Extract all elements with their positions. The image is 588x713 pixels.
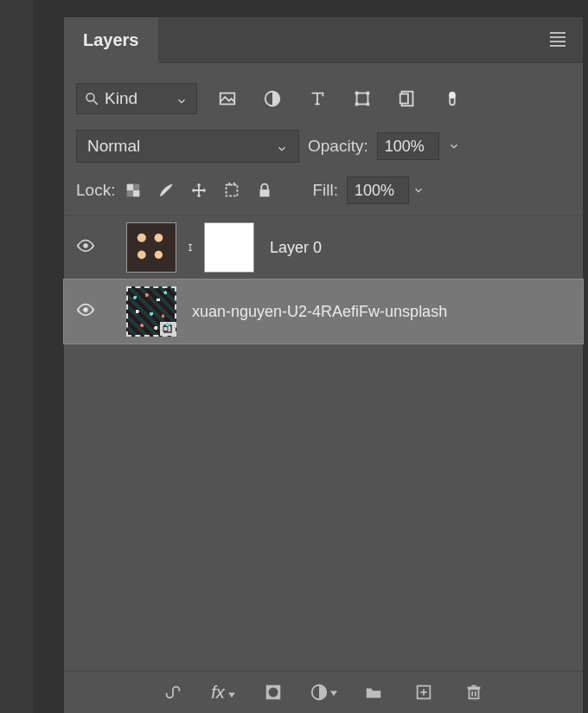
opacity-value: 100%: [385, 138, 425, 156]
chevron-down-icon[interactable]: [448, 140, 460, 152]
svg-rect-37: [471, 685, 476, 687]
chevron-down-icon: [276, 140, 288, 152]
lock-all-icon[interactable]: [250, 177, 279, 203]
layers-panel: Layers Kind: [64, 17, 583, 713]
layers-list: Layer 0 xuan-nguyen-U2-4RAefiFw-unsplash: [64, 215, 583, 671]
blend-mode-label: Normal: [87, 137, 140, 156]
app-left-strip: [0, 0, 33, 713]
fx-label: fx: [211, 683, 225, 703]
fill-input[interactable]: 100%: [347, 177, 409, 204]
layer-thumbnail[interactable]: [126, 222, 176, 273]
blend-opacity-row: Normal Opacity: 100%: [76, 130, 571, 163]
svg-rect-23: [164, 325, 171, 332]
svg-point-12: [449, 93, 455, 99]
search-icon: [84, 91, 99, 106]
visibility-eye-icon[interactable]: [76, 300, 95, 323]
lock-label: Lock:: [76, 181, 115, 200]
svg-rect-6: [367, 92, 370, 95]
svg-rect-33: [470, 689, 479, 698]
link-layers-icon[interactable]: [158, 679, 188, 705]
svg-rect-20: [260, 189, 270, 196]
layer-row[interactable]: xuan-nguyen-U2-4RAefiFw-unsplash: [64, 279, 583, 344]
new-adjustment-layer-icon[interactable]: [309, 679, 338, 705]
chevron-down-icon: [330, 684, 337, 700]
opacity-label: Opacity:: [308, 137, 368, 156]
layer-row[interactable]: Layer 0: [64, 215, 583, 279]
mask-link-icon[interactable]: [183, 241, 197, 254]
svg-rect-10: [400, 94, 408, 104]
blend-mode-select[interactable]: Normal: [76, 130, 299, 163]
filter-icons-group: [213, 86, 467, 112]
filter-row: Kind: [76, 83, 571, 114]
layer-mask-thumbnail[interactable]: [204, 222, 254, 273]
fill-label: Fill:: [312, 181, 338, 200]
filter-type-label: Kind: [105, 89, 137, 108]
add-mask-icon[interactable]: [259, 679, 288, 705]
filter-smartobject-icon[interactable]: [393, 86, 422, 112]
filter-image-icon[interactable]: [213, 86, 242, 112]
lock-artboard-icon[interactable]: [217, 177, 246, 203]
panel-tabbar-spacer: [159, 17, 584, 63]
panel-controls: Kind Normal Opacity: 100%: [64, 62, 583, 215]
svg-point-27: [269, 688, 278, 697]
svg-marker-25: [228, 692, 235, 697]
filter-type-select[interactable]: Kind: [76, 83, 197, 114]
svg-rect-13: [127, 184, 133, 190]
lock-fill-row: Lock: Fill: 100%: [76, 177, 571, 204]
tab-layers[interactable]: Layers: [64, 18, 159, 61]
smartobject-badge-icon: [160, 322, 176, 336]
svg-point-22: [83, 307, 88, 312]
svg-rect-36: [468, 687, 481, 690]
svg-rect-5: [355, 92, 359, 95]
svg-rect-16: [133, 190, 139, 196]
svg-marker-29: [330, 691, 337, 697]
svg-rect-15: [127, 190, 133, 196]
filter-shape-icon[interactable]: [348, 86, 377, 112]
chevron-down-icon: [228, 683, 235, 703]
layer-effects-button[interactable]: fx: [208, 679, 238, 705]
chevron-down-icon: [176, 93, 188, 105]
lock-transparency-icon[interactable]: [118, 177, 148, 203]
fill-value: 100%: [355, 182, 394, 200]
new-group-icon[interactable]: [359, 679, 388, 705]
panel-footer: fx: [64, 671, 583, 713]
lock-position-icon[interactable]: [184, 177, 214, 203]
svg-rect-4: [357, 93, 368, 105]
panel-menu-icon[interactable]: [543, 27, 572, 53]
svg-line-1: [93, 100, 98, 105]
layer-name[interactable]: Layer 0: [270, 239, 574, 257]
delete-layer-icon[interactable]: [459, 679, 489, 705]
visibility-eye-icon[interactable]: [76, 236, 95, 259]
filter-adjustment-icon[interactable]: [258, 86, 287, 112]
chevron-down-icon[interactable]: [412, 184, 425, 196]
svg-rect-17: [227, 185, 238, 196]
lock-pixels-icon[interactable]: [151, 177, 181, 203]
svg-point-0: [86, 93, 94, 101]
new-layer-icon[interactable]: [409, 679, 438, 705]
layer-name[interactable]: xuan-nguyen-U2-4RAefiFw-unsplash: [192, 303, 574, 321]
svg-rect-24: [163, 327, 168, 331]
filter-toggle-icon[interactable]: [438, 86, 467, 112]
layer-thumbnail[interactable]: [126, 286, 176, 337]
svg-rect-8: [367, 103, 370, 106]
filter-type-icon[interactable]: [303, 86, 332, 112]
svg-rect-14: [133, 184, 139, 190]
panel-tabbar: Layers: [64, 17, 583, 62]
opacity-input[interactable]: 100%: [377, 132, 439, 160]
svg-point-21: [83, 243, 88, 248]
svg-rect-7: [355, 103, 359, 106]
